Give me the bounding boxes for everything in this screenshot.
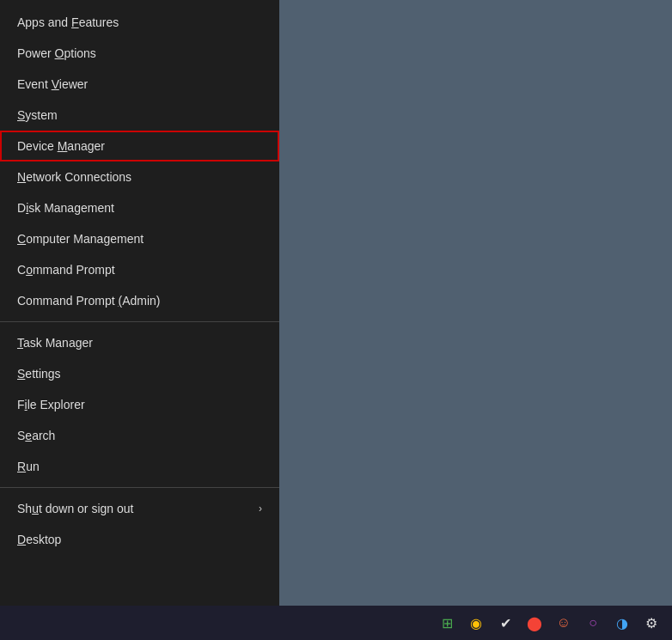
menu-item-power-options[interactable]: Power Options [0, 38, 279, 69]
menu-item-command-prompt-admin[interactable]: Command Prompt (Admin) [0, 285, 279, 316]
menu-item-task-manager[interactable]: Task Manager [0, 327, 279, 358]
menu-item-shut-down[interactable]: Shut down or sign out› [0, 493, 279, 524]
taskbar-icon-3-icon[interactable]: ✔ [493, 611, 517, 635]
taskbar-icon-1-icon[interactable]: ⊞ [435, 611, 459, 635]
menu-item-file-explorer[interactable]: File Explorer [0, 389, 279, 420]
menu-item-label-event-viewer: Event Viewer [17, 77, 88, 91]
menu-item-label-apps-features: Apps and Features [17, 15, 119, 29]
taskbar-icon-5-icon[interactable]: ☺ [552, 611, 576, 635]
taskbar-icon-4-icon[interactable]: ⬤ [522, 611, 547, 635]
menu-item-label-command-prompt-admin: Command Prompt (Admin) [17, 294, 161, 308]
menu-item-desktop[interactable]: Desktop [0, 524, 279, 555]
menu-item-label-disk-management: Disk Management [17, 201, 114, 215]
menu-item-network-connections[interactable]: Network Connections [0, 162, 279, 192]
menu-item-label-run: Run [17, 460, 40, 473]
menu-item-computer-management[interactable]: Computer Management [0, 223, 279, 254]
menu-item-command-prompt[interactable]: Command Prompt [0, 254, 279, 285]
context-menu: Apps and FeaturesPower OptionsEvent View… [0, 0, 279, 640]
taskbar-icon-2-icon[interactable]: ◉ [464, 611, 488, 635]
menu-item-label-network-connections: Network Connections [17, 170, 131, 184]
menu-item-settings[interactable]: Settings [0, 358, 279, 389]
menu-item-search[interactable]: Search [0, 420, 279, 451]
menu-item-label-command-prompt: Command Prompt [17, 263, 115, 277]
menu-item-system[interactable]: System [0, 100, 279, 131]
menu-separator [0, 487, 279, 488]
menu-item-label-desktop: Desktop [17, 533, 61, 546]
desktop: Apps and FeaturesPower OptionsEvent View… [0, 0, 672, 640]
taskbar: ⊞◉✔⬤☺○◑⚙ [0, 606, 672, 640]
menu-item-event-viewer[interactable]: Event Viewer [0, 69, 279, 100]
taskbar-icon-6-icon[interactable]: ○ [581, 611, 605, 635]
menu-item-label-device-manager: Device Manager [17, 139, 105, 153]
menu-item-disk-management[interactable]: Disk Management [0, 192, 279, 223]
menu-item-run[interactable]: Run [0, 451, 279, 482]
menu-item-label-shut-down: Shut down or sign out [17, 502, 133, 515]
menu-item-label-file-explorer: File Explorer [17, 398, 85, 411]
taskbar-icon-7-icon[interactable]: ◑ [610, 611, 634, 635]
menu-item-device-manager[interactable]: Device Manager [0, 131, 279, 162]
menu-item-label-search: Search [17, 429, 55, 442]
menu-item-label-system: System [17, 108, 58, 122]
menu-item-label-power-options: Power Options [17, 46, 96, 60]
submenu-chevron-icon: › [259, 503, 262, 515]
menu-separator [0, 321, 279, 322]
menu-item-apps-features[interactable]: Apps and Features [0, 7, 279, 38]
menu-item-label-settings: Settings [17, 367, 61, 381]
menu-item-label-computer-management: Computer Management [17, 232, 144, 246]
taskbar-icon-8-icon[interactable]: ⚙ [639, 611, 663, 635]
menu-item-label-task-manager: Task Manager [17, 336, 93, 350]
